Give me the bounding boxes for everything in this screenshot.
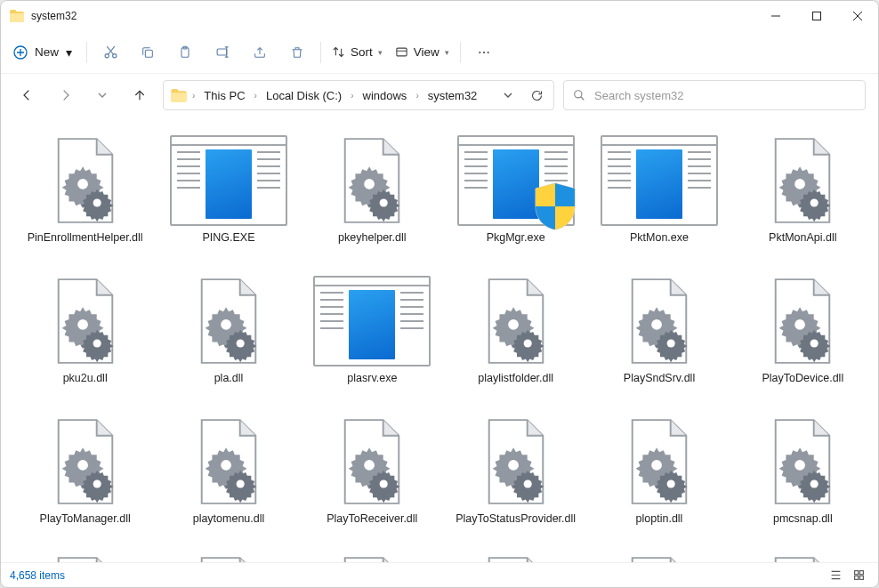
copy-button[interactable]: [130, 36, 165, 68]
breadcrumb[interactable]: Local Disk (C:): [262, 87, 345, 104]
file-icon: [610, 553, 708, 562]
file-icon: [467, 132, 565, 230]
paste-button[interactable]: [167, 36, 203, 68]
explorer-window: system32 New ▾ Sort ▾ View ▾: [0, 0, 879, 588]
share-button[interactable]: [242, 36, 278, 68]
address-bar[interactable]: › This PC › Local Disk (C:) › windows › …: [163, 80, 554, 110]
window-title: system32: [31, 10, 77, 22]
file-icon: [754, 413, 851, 511]
file-item[interactable]: PlayToDevice.dll: [731, 266, 875, 401]
cut-button[interactable]: [93, 36, 128, 68]
file-item[interactable]: plasrv.exe: [301, 266, 444, 401]
search-box[interactable]: [563, 80, 866, 110]
file-icon: [180, 413, 278, 511]
file-item[interactable]: pku2u.dll: [13, 266, 157, 401]
chevron-right-icon[interactable]: ›: [190, 91, 197, 101]
address-dropdown-button[interactable]: [495, 82, 521, 109]
sort-button[interactable]: Sort ▾: [327, 36, 388, 68]
file-icon: [36, 272, 134, 370]
file-icon: [323, 132, 421, 230]
file-view: PinEnrollmentHelper.dllPING.EXEpkeyhelpe…: [1, 117, 878, 562]
file-item[interactable]: playlistfolder.dll: [444, 266, 587, 401]
title-bar[interactable]: system32: [1, 1, 878, 31]
command-bar: New ▾ Sort ▾ View ▾: [1, 31, 878, 74]
file-icon: [467, 413, 565, 511]
svg-rect-19: [397, 48, 407, 56]
svg-line-10: [107, 46, 113, 54]
svg-rect-30: [859, 571, 863, 575]
file-item[interactable]: PlayToManager.dll: [13, 407, 157, 542]
file-item[interactable]: PktMon.exe: [587, 125, 730, 261]
file-icon: [36, 132, 134, 230]
file-item[interactable]: pmcsnap.dll: [731, 407, 875, 542]
file-item[interactable]: [301, 547, 444, 562]
minimize-button[interactable]: [755, 1, 796, 31]
file-icon: [467, 272, 565, 370]
file-item[interactable]: PkgMgr.exe: [444, 125, 587, 261]
file-icon: [754, 272, 851, 370]
file-icon: [180, 553, 278, 562]
file-item[interactable]: ploptin.dll: [587, 407, 730, 542]
file-name: PlaySndSrv.dll: [624, 372, 695, 386]
details-view-button[interactable]: [825, 567, 846, 584]
svg-rect-11: [145, 50, 152, 57]
search-input[interactable]: [594, 89, 856, 102]
up-button[interactable]: [125, 81, 154, 109]
file-name: PlayToManager.dll: [40, 512, 131, 527]
forward-button[interactable]: [51, 81, 79, 109]
copy-icon: [141, 45, 155, 60]
recent-button[interactable]: [88, 81, 117, 109]
view-button[interactable]: View ▾: [390, 36, 455, 68]
file-item[interactable]: [157, 547, 300, 562]
file-item[interactable]: PlayToReceiver.dll: [301, 407, 444, 542]
svg-point-23: [487, 51, 488, 52]
refresh-button[interactable]: [523, 82, 550, 109]
file-item[interactable]: pla.dll: [157, 266, 300, 401]
close-button[interactable]: [837, 1, 878, 31]
window-controls: [755, 1, 878, 31]
file-item[interactable]: PinEnrollmentHelper.dll: [13, 125, 157, 261]
file-item[interactable]: PlaySndSrv.dll: [587, 266, 730, 401]
svg-point-24: [575, 91, 582, 98]
file-icon: [323, 413, 421, 511]
svg-point-22: [483, 51, 485, 52]
sort-label: Sort: [351, 45, 373, 59]
file-item[interactable]: [587, 547, 730, 562]
chevron-right-icon[interactable]: ›: [253, 91, 259, 101]
breadcrumb[interactable]: This PC: [200, 87, 248, 104]
file-grid[interactable]: PinEnrollmentHelper.dllPING.EXEpkeyhelpe…: [1, 117, 878, 562]
chevron-down-icon: ▾: [445, 48, 449, 57]
breadcrumb[interactable]: windows: [359, 87, 411, 104]
new-button[interactable]: New ▾: [6, 36, 81, 68]
chevron-right-icon[interactable]: ›: [349, 91, 355, 101]
breadcrumb[interactable]: system32: [424, 87, 481, 104]
svg-rect-31: [854, 576, 858, 579]
rename-icon: [215, 44, 230, 60]
icons-view-button[interactable]: [848, 567, 869, 584]
scrollbar[interactable]: [866, 117, 878, 562]
file-name: ploptin.dll: [636, 512, 683, 527]
file-item[interactable]: [13, 547, 157, 562]
delete-button[interactable]: [279, 36, 315, 68]
rename-button[interactable]: [205, 36, 240, 68]
separator: [86, 42, 87, 63]
file-item[interactable]: PING.EXE: [157, 125, 300, 261]
file-icon: [610, 132, 708, 230]
maximize-button[interactable]: [796, 1, 837, 31]
file-name: PktMon.exe: [630, 231, 689, 246]
new-label: New: [35, 45, 59, 59]
file-item[interactable]: pkeyhelper.dll: [301, 125, 444, 261]
file-item[interactable]: PktMonApi.dll: [731, 125, 875, 261]
file-item[interactable]: PlayToStatusProvider.dll: [444, 407, 587, 542]
svg-rect-14: [217, 49, 227, 55]
file-icon: [323, 272, 421, 370]
svg-rect-32: [859, 576, 863, 579]
file-item[interactable]: [731, 547, 875, 562]
file-icon: [180, 132, 278, 230]
more-button[interactable]: [466, 36, 502, 68]
file-item[interactable]: playtomenu.dll: [157, 407, 300, 542]
back-button[interactable]: [13, 81, 42, 109]
chevron-right-icon[interactable]: ›: [414, 91, 420, 101]
file-icon: [323, 553, 421, 562]
file-item[interactable]: [444, 547, 587, 562]
